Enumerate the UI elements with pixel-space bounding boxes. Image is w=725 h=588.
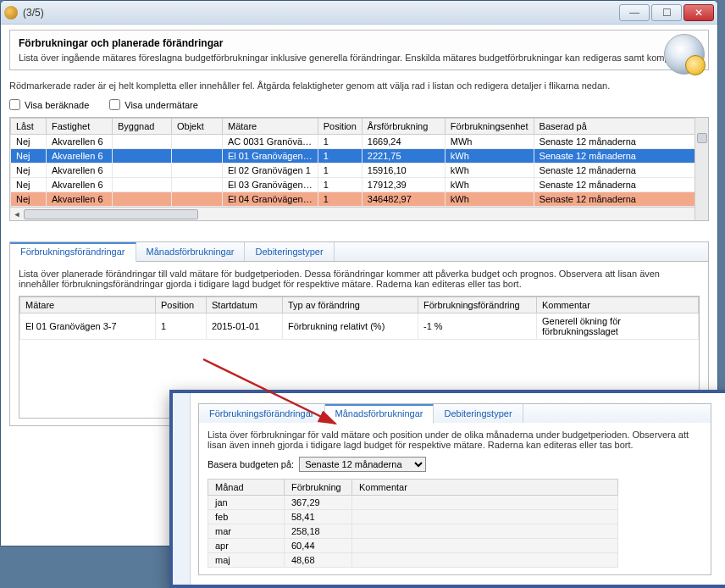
grid-scrollbar-vertical[interactable] xyxy=(695,118,708,220)
col-last[interactable]: Låst xyxy=(11,119,47,135)
overlay-tab-forbrukningsforandringar[interactable]: Förbrukningsförändringar xyxy=(199,404,325,423)
month-row[interactable]: apr60,44 xyxy=(208,539,618,553)
info-text: Rödmarkerade rader är ej helt kompletta … xyxy=(9,80,709,91)
checkbox-visa-beraknade[interactable]: Visa beräknade xyxy=(9,99,89,110)
close-button[interactable]: ✕ xyxy=(683,4,714,21)
basis-label: Basera budgeten på: xyxy=(208,459,294,469)
checkbox-input-beraknade[interactable] xyxy=(9,99,20,110)
month-row[interactable]: mar258,18 xyxy=(208,524,618,539)
change-row[interactable]: El 01 Granövägen 3-7 1 2015-01-01 Förbru… xyxy=(20,313,699,340)
col3-manad[interactable]: Månad xyxy=(208,480,285,496)
col-matare[interactable]: Mätare xyxy=(223,119,318,135)
col2-position[interactable]: Position xyxy=(156,297,207,313)
gauge-icon xyxy=(664,34,705,75)
col-fastighet[interactable]: Fastighet xyxy=(47,119,113,135)
grid-scrollbar-horizontal[interactable]: ◄ ► xyxy=(10,207,708,220)
month-row[interactable]: feb58,41 xyxy=(208,510,618,524)
col2-matare[interactable]: Mätare xyxy=(20,297,156,313)
meter-row[interactable]: NejAkvarellen 6El 02 Granövägen 1115916,… xyxy=(11,164,708,178)
overlay-tab-manadsforbrukningar[interactable]: Månadsförbrukningar xyxy=(325,404,434,424)
meter-row[interactable]: NejAkvarellen 6El 03 Granövägen…117912,3… xyxy=(11,178,708,192)
page-title: Förbrukningar och planerade förändringar xyxy=(19,37,700,49)
col-baserad[interactable]: Baserad på xyxy=(534,119,707,135)
titlebar: (3/5) — ☐ ✕ xyxy=(1,1,717,25)
month-row[interactable]: jan367,29 xyxy=(208,496,618,510)
overlay-tab-debiteringstyper[interactable]: Debiteringstyper xyxy=(434,404,523,423)
col-objekt[interactable]: Objekt xyxy=(172,119,223,135)
basis-select[interactable]: Senaste 12 månaderna xyxy=(299,457,426,472)
col-ars[interactable]: Årsförbrukning xyxy=(362,119,445,135)
col2-forandring[interactable]: Förbrukningsförändring xyxy=(418,297,537,313)
checkbox-input-undermatare[interactable] xyxy=(109,99,120,110)
meters-grid: Låst Fastighet Byggnad Objekt Mätare Pos… xyxy=(9,117,709,221)
overlay-panel: Förbrukningsförändringar Månadsförbrukni… xyxy=(169,390,725,588)
tab-debiteringstyper[interactable]: Debiteringstyper xyxy=(245,242,334,261)
window-title: (3/5) xyxy=(23,7,619,19)
tab-description: Lista över planerade förändringar till v… xyxy=(19,269,700,289)
col2-start[interactable]: Startdatum xyxy=(207,297,283,313)
tab-manadsforbrukningar[interactable]: Månadsförbrukningar xyxy=(136,242,246,261)
col2-typ[interactable]: Typ av förändring xyxy=(283,297,418,313)
month-grid: Månad Förbrukning Kommentar jan367,29feb… xyxy=(208,479,618,568)
col-position[interactable]: Position xyxy=(318,119,362,135)
meter-row[interactable]: NejAkvarellen 6AC 0031 Granövä…11669,24M… xyxy=(11,135,708,149)
col-byggnad[interactable]: Byggnad xyxy=(113,119,172,135)
overlay-description: Lista över förbrukningar för vald mätare… xyxy=(208,430,702,450)
checkbox-visa-undermatare[interactable]: Visa undermätare xyxy=(109,99,198,110)
minimize-button[interactable]: — xyxy=(619,4,650,21)
col3-kommentar[interactable]: Kommentar xyxy=(352,480,618,496)
maximize-button[interactable]: ☐ xyxy=(651,4,682,21)
app-icon xyxy=(4,6,18,19)
meter-row[interactable]: NejAkvarellen 6El 04 Granövägen…1346482,… xyxy=(11,192,708,207)
page-subtitle: Lista över ingående mätares föreslagna b… xyxy=(19,53,700,63)
month-row[interactable]: maj48,68 xyxy=(208,553,618,568)
header-panel: Förbrukningar och planerade förändringar… xyxy=(9,30,709,70)
col2-kommentar[interactable]: Kommentar xyxy=(537,297,699,313)
col3-forbrukning[interactable]: Förbrukning xyxy=(285,480,352,496)
tab-forbrukningsforandringar[interactable]: Förbrukningsförändringar xyxy=(10,242,136,262)
col-enhet[interactable]: Förbrukningsenhet xyxy=(445,119,534,135)
meter-row[interactable]: NejAkvarellen 6El 01 Granövägen…12221,75… xyxy=(11,149,708,164)
